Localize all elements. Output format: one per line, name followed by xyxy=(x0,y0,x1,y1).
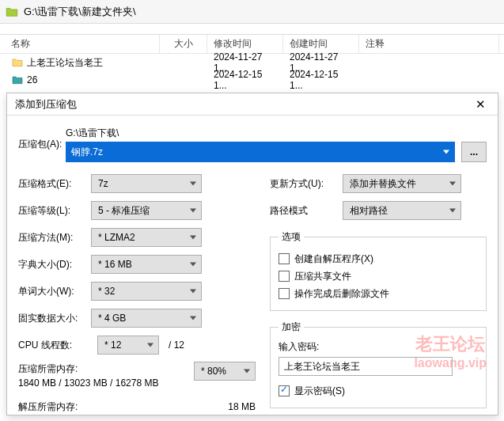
mem-percent-select[interactable]: * 80% xyxy=(194,362,256,381)
chevron-down-icon xyxy=(190,263,196,267)
mem-decompress-label: 解压所需内存: xyxy=(18,400,228,414)
pathmode-select[interactable]: 相对路径 xyxy=(343,201,461,220)
chevron-down-icon[interactable] xyxy=(443,150,449,154)
file-name: 26 xyxy=(27,74,37,85)
options-fieldset: 选项 创建自解压程序(X) 压缩共享文件 操作完成后删除源文件 xyxy=(270,230,487,311)
encryption-fieldset: 加密 输入密码: ✓ 显示密码(S) xyxy=(270,320,487,408)
update-select[interactable]: 添加并替换文件 xyxy=(343,174,461,193)
delete-label: 操作完成后删除源文件 xyxy=(294,287,389,301)
mem-decompress-value: 18 MB xyxy=(228,401,256,412)
method-select[interactable]: * LZMA2 xyxy=(91,228,202,247)
chevron-down-icon xyxy=(190,182,196,186)
delete-checkbox[interactable] xyxy=(279,288,290,299)
password-input[interactable] xyxy=(279,357,453,376)
show-password-checkbox[interactable]: ✓ xyxy=(279,385,290,396)
chevron-down-icon xyxy=(190,236,196,240)
folder-icon xyxy=(11,56,24,69)
dialog-title: 添加到压缩包 xyxy=(15,97,466,112)
col-size[interactable]: 大小 xyxy=(160,35,207,53)
level-label: 压缩等级(L): xyxy=(18,204,91,218)
threads-label: CPU 线程数: xyxy=(18,339,91,352)
sfx-label: 创建自解压程序(X) xyxy=(294,252,373,266)
chevron-down-icon xyxy=(449,182,456,186)
update-label: 更新方式(U): xyxy=(270,177,343,191)
dict-label: 字典大小(D): xyxy=(18,258,91,271)
chevron-down-icon xyxy=(190,317,196,320)
browse-button[interactable]: ... xyxy=(461,142,487,162)
format-select[interactable]: 7z xyxy=(91,174,202,193)
dict-select[interactable]: * 16 MB xyxy=(91,255,202,274)
level-select[interactable]: 5 - 标准压缩 xyxy=(91,201,202,220)
chevron-down-icon xyxy=(244,370,250,374)
chevron-down-icon xyxy=(449,209,456,213)
pathmode-label: 路径模式 xyxy=(270,204,343,218)
format-label: 压缩格式(E): xyxy=(18,177,91,191)
mem-compress-label: 压缩所需内存: xyxy=(18,362,194,376)
sfx-checkbox[interactable] xyxy=(279,253,290,264)
solid-select[interactable]: * 4 GB xyxy=(91,309,202,328)
threads-select[interactable]: * 12 xyxy=(97,336,159,355)
chevron-down-icon xyxy=(190,209,196,213)
threads-total: / 12 xyxy=(169,339,184,351)
add-to-archive-dialog: 添加到压缩包 ✕ 压缩包(A): G:\迅雷下载\ ... 压缩格式(E xyxy=(6,93,498,415)
archive-dir: G:\迅雷下载\ xyxy=(66,127,487,140)
close-icon[interactable]: ✕ xyxy=(466,96,495,113)
share-checkbox[interactable] xyxy=(279,271,290,282)
options-legend: 选项 xyxy=(279,230,304,244)
password-label: 输入密码: xyxy=(279,340,478,354)
share-label: 压缩共享文件 xyxy=(294,270,351,283)
file-mtime: 2024-12-15 1... xyxy=(207,67,283,93)
word-label: 单词大小(W): xyxy=(18,285,91,298)
file-name: 上老王论坛当老王 xyxy=(27,56,103,70)
col-comment[interactable]: 注释 xyxy=(359,35,499,53)
mem-compress-detail: 1840 MB / 13023 MB / 16278 MB xyxy=(18,376,194,390)
table-row[interactable]: 26 2024-12-15 1... 2024-12-15 1... xyxy=(0,71,504,89)
archive-label: 压缩包(A): xyxy=(18,138,66,151)
archive-name-input[interactable] xyxy=(66,142,455,162)
chevron-down-icon xyxy=(190,290,196,294)
path-text: G:\迅雷下载\新建文件夹\ xyxy=(24,5,136,19)
encryption-legend: 加密 xyxy=(279,320,304,334)
file-ctime: 2024-12-15 1... xyxy=(283,67,359,93)
word-select[interactable]: * 32 xyxy=(91,282,202,301)
solid-label: 固实数据大小: xyxy=(18,312,91,325)
chevron-down-icon xyxy=(147,343,153,347)
method-label: 压缩方法(M): xyxy=(18,231,91,245)
show-password-label: 显示密码(S) xyxy=(294,385,345,398)
folder-icon xyxy=(11,74,24,86)
folder-icon xyxy=(5,5,19,19)
col-name[interactable]: 名称 xyxy=(5,35,160,53)
